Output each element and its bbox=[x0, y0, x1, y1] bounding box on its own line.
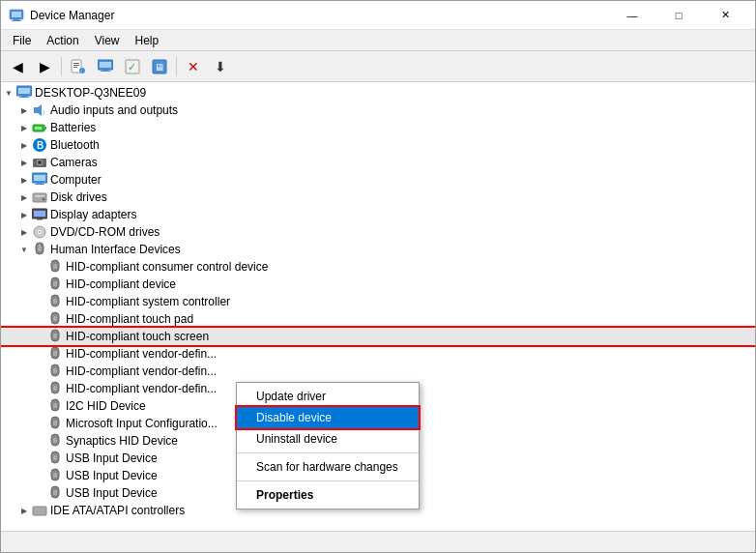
ctx-scan-hardware[interactable]: Scan for hardware changes bbox=[237, 456, 419, 478]
toolbar-back[interactable]: ◀ bbox=[5, 54, 30, 79]
hid6-icon bbox=[47, 346, 63, 362]
batteries-icon bbox=[32, 120, 47, 135]
synaptics-expander bbox=[32, 432, 47, 450]
hid-expander[interactable]: ▼ bbox=[16, 241, 32, 258]
audio-expander[interactable]: ▶ bbox=[16, 102, 32, 119]
tree-item-cameras[interactable]: ▶ Cameras bbox=[1, 154, 755, 171]
svg-marker-23 bbox=[38, 104, 42, 116]
ide-label: IDE ATA/ATAPI controllers bbox=[50, 504, 185, 517]
menu-action[interactable]: Action bbox=[39, 32, 86, 49]
maximize-button[interactable]: □ bbox=[656, 6, 701, 25]
toolbar-forward[interactable]: ▶ bbox=[32, 54, 57, 79]
batteries-label: Batteries bbox=[50, 121, 96, 134]
hid2-icon bbox=[47, 276, 63, 292]
svg-rect-60 bbox=[53, 351, 57, 356]
dvd-expander[interactable]: ▶ bbox=[16, 223, 32, 241]
main-content: ▼ DESKTOP-Q3NEE09 ▶ bbox=[1, 82, 755, 531]
toolbar-sep-2 bbox=[176, 57, 177, 76]
minimize-button[interactable]: — bbox=[610, 6, 654, 25]
computer-expander[interactable]: ▶ bbox=[16, 171, 32, 189]
svg-rect-3 bbox=[12, 20, 21, 21]
tree-item-hid4[interactable]: HID-compliant touch pad bbox=[1, 310, 755, 328]
tree-item-hid3[interactable]: HID-compliant system controller bbox=[1, 293, 755, 310]
display-icon bbox=[32, 207, 47, 222]
cameras-icon bbox=[32, 155, 47, 170]
tree-item-hid2[interactable]: HID-compliant device bbox=[1, 276, 755, 293]
toolbar-update[interactable]: ✓ bbox=[120, 54, 145, 79]
hid-icon bbox=[32, 242, 47, 257]
tree-item-hid1[interactable]: HID-compliant consumer control device bbox=[1, 258, 755, 276]
menu-help[interactable]: Help bbox=[128, 32, 167, 49]
toolbar-sep-1 bbox=[61, 57, 62, 76]
disk-label: Disk drives bbox=[50, 190, 107, 204]
ctx-disable-device[interactable]: Disable device bbox=[237, 407, 419, 428]
tree-item-audio[interactable]: ▶ ) Audio inputs and outputs bbox=[1, 102, 755, 119]
toolbar-device-manager[interactable] bbox=[93, 54, 118, 79]
synaptics-label: Synaptics HID Device bbox=[66, 434, 178, 448]
title-bar: Device Manager — □ ✕ bbox=[1, 1, 755, 30]
tree-item-dvd[interactable]: ▶ DVD/CD-ROM drives bbox=[1, 223, 755, 241]
i2c-icon bbox=[47, 398, 63, 414]
ctx-separator bbox=[237, 452, 419, 453]
svg-rect-54 bbox=[53, 299, 57, 304]
display-expander[interactable]: ▶ bbox=[16, 206, 32, 223]
tree-item-hid7[interactable]: HID-compliant vendor-defin... bbox=[1, 363, 755, 380]
tree-item-hid5[interactable]: HID-compliant touch screen bbox=[1, 328, 755, 345]
toolbar-delete[interactable]: ✕ bbox=[181, 54, 206, 79]
tree-item-bluetooth[interactable]: ▶ B Bluetooth bbox=[1, 136, 755, 154]
dvd-icon bbox=[32, 224, 47, 240]
svg-rect-13 bbox=[101, 71, 110, 72]
dvd-label: DVD/CD-ROM drives bbox=[50, 225, 160, 239]
msconfig-label: Microsoft Input Configuratio... bbox=[66, 417, 218, 430]
hid3-icon bbox=[47, 294, 63, 309]
menu-file[interactable]: File bbox=[5, 32, 39, 49]
title-bar-controls: — □ ✕ bbox=[610, 6, 747, 25]
usb3-label: USB Input Device bbox=[66, 486, 158, 500]
bluetooth-label: Bluetooth bbox=[50, 138, 100, 152]
toolbar-scan[interactable]: 🖥 bbox=[147, 54, 172, 79]
root-expander[interactable]: ▼ bbox=[1, 84, 16, 102]
computer-label: Computer bbox=[50, 173, 102, 187]
svg-rect-68 bbox=[53, 421, 57, 425]
display-label: Display adapters bbox=[50, 208, 136, 221]
ctx-update-driver[interactable]: Update driver bbox=[237, 386, 419, 407]
usb2-expander bbox=[32, 467, 47, 484]
tree-view[interactable]: ▼ DESKTOP-Q3NEE09 ▶ bbox=[1, 82, 755, 531]
bluetooth-icon: B bbox=[32, 137, 47, 153]
svg-rect-70 bbox=[53, 438, 57, 443]
hid2-expander bbox=[32, 276, 47, 293]
menu-view[interactable]: View bbox=[87, 32, 128, 49]
svg-rect-62 bbox=[53, 368, 57, 373]
tree-item-hid[interactable]: ▼ Human Interface Devices bbox=[1, 241, 755, 258]
toolbar-down[interactable]: ⬇ bbox=[208, 54, 233, 79]
cameras-expander[interactable]: ▶ bbox=[16, 154, 32, 171]
hid7-label: HID-compliant vendor-defin... bbox=[66, 364, 217, 378]
svg-rect-66 bbox=[53, 403, 57, 408]
tree-item-computer[interactable]: ▶ Computer bbox=[1, 171, 755, 189]
bluetooth-expander[interactable]: ▶ bbox=[16, 136, 32, 154]
tree-item-batteries[interactable]: ▶ Batteries bbox=[1, 119, 755, 136]
hid2-label: HID-compliant device bbox=[66, 277, 176, 291]
batteries-expander[interactable]: ▶ bbox=[16, 119, 32, 136]
usb3-expander bbox=[32, 484, 47, 502]
tree-item-hid6[interactable]: HID-compliant vendor-defin... bbox=[1, 345, 755, 363]
ide-expander[interactable]: ▶ bbox=[16, 502, 32, 519]
usb2-label: USB Input Device bbox=[66, 469, 158, 482]
svg-rect-76 bbox=[53, 490, 57, 495]
svg-point-32 bbox=[38, 160, 42, 164]
svg-rect-21 bbox=[19, 97, 29, 98]
tree-item-display[interactable]: ▶ Display adapters bbox=[1, 206, 755, 223]
svg-rect-1 bbox=[12, 12, 21, 17]
svg-rect-77 bbox=[33, 507, 46, 515]
close-button[interactable]: ✕ bbox=[703, 6, 747, 25]
tree-root[interactable]: ▼ DESKTOP-Q3NEE09 bbox=[1, 84, 755, 102]
toolbar-properties[interactable]: i bbox=[66, 54, 91, 79]
hid8-label: HID-compliant vendor-defin... bbox=[66, 382, 217, 395]
tree-item-disk[interactable]: ▶ Disk drives bbox=[1, 189, 755, 206]
audio-label: Audio inputs and outputs bbox=[50, 103, 178, 117]
disk-expander[interactable]: ▶ bbox=[16, 189, 32, 206]
usb1-icon bbox=[47, 451, 63, 466]
ctx-properties[interactable]: Properties bbox=[237, 484, 419, 506]
msconfig-expander bbox=[32, 415, 47, 432]
ctx-uninstall-device[interactable]: Uninstall device bbox=[237, 428, 419, 450]
